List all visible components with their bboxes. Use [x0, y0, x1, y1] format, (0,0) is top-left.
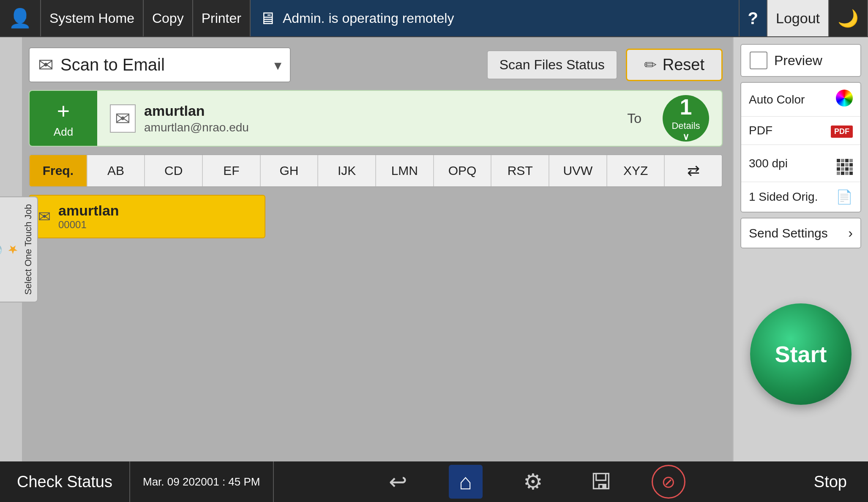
sided-setting: 1 Sided Orig. 📄 [741, 182, 860, 212]
cancel-icon: ⊘ [661, 472, 676, 491]
contact-names: amurtlan 00001 [58, 202, 119, 231]
check-status-label: Check Status [17, 473, 112, 491]
home-icon: ⌂ [459, 469, 472, 494]
details-chevron-icon: ∨ [682, 131, 689, 142]
top-bar: 👤 System Home Copy Printer 🖥 Admin. is o… [0, 0, 868, 37]
stop-label: Stop [814, 473, 847, 491]
dpi-setting: 300 dpi [741, 145, 860, 182]
remote-status-bar: 🖥 Admin. is operating remotely [251, 0, 740, 36]
sleep-icon: 🌙 [838, 8, 859, 28]
logout-label: Logout [776, 10, 820, 27]
stop-btn[interactable]: Stop [793, 461, 868, 502]
contact-id: 00001 [58, 219, 119, 231]
add-recipient-btn[interactable]: + Add [30, 91, 97, 146]
alpha-tab-opq[interactable]: OPQ [434, 155, 492, 186]
help-label: ? [748, 9, 758, 28]
alpha-tab-ef[interactable]: EF [203, 155, 261, 186]
start-label: Start [775, 341, 827, 367]
grid-icon [837, 152, 853, 175]
contact-name: amurtlan [58, 202, 119, 219]
printer-btn[interactable]: Printer [193, 0, 251, 36]
pdf-label: PDF [749, 124, 772, 137]
envelope-icon: ✉ [38, 54, 54, 76]
chevron-down-icon: ▾ [274, 57, 281, 74]
save-btn[interactable]: 🖫 [584, 465, 618, 499]
remote-text: Admin. is operating remotely [283, 11, 454, 26]
alpha-tab-freq[interactable]: Freq. [30, 155, 87, 186]
center-content: ✉ Scan to Email ▾ Scan Files Status ✏ Re… [22, 37, 733, 461]
contact-envelope-icon: ✉ [38, 208, 51, 226]
reset-btn[interactable]: ✏ Reset [626, 49, 723, 81]
time-text: 01 : 45 PM [207, 474, 260, 489]
pdf-icon: PDF [831, 123, 853, 138]
alpha-tab-rst[interactable]: RST [491, 155, 549, 186]
gear-icon: ⚙ [523, 469, 543, 494]
system-home-label: System Home [49, 11, 134, 26]
preview-checkbox[interactable] [750, 52, 767, 69]
system-home-btn[interactable]: System Home [41, 0, 144, 36]
auto-color-label: Auto Color [749, 93, 805, 106]
copy-btn[interactable]: Copy [144, 0, 193, 36]
alpha-tab-xyz[interactable]: XYZ [607, 155, 665, 186]
add-plus-icon: + [57, 98, 70, 124]
details-count: 1 [680, 94, 692, 120]
recipient-name: amurtlan [144, 103, 606, 119]
select-one-touch-tab[interactable]: 🕐 ★ Select One Touch Job [0, 196, 38, 303]
contact-item[interactable]: ✉ amurtlan 00001 [29, 195, 265, 238]
contact-list: ✉ amurtlan 00001 [29, 195, 723, 238]
pdf-setting: PDF PDF [741, 117, 860, 145]
bottom-bar: Check Status Mar. 09 2020 01 : 45 PM ↩ ⌂… [0, 461, 868, 502]
cancel-btn[interactable]: ⊘ [652, 465, 685, 499]
main-area: 🕐 ★ Select One Touch Job ✉ Scan to Email… [0, 37, 868, 461]
preview-btn[interactable]: Preview [740, 44, 861, 77]
recipient-info: ✉ amurtlan amurtlan@nrao.edu To 1 Detail… [97, 95, 722, 142]
reset-icon: ✏ [644, 56, 657, 74]
sided-icon: 📄 [836, 189, 853, 205]
logout-btn[interactable]: Logout [767, 0, 829, 36]
right-panel: Preview Auto Color PDF PDF 300 dpi [733, 37, 868, 461]
clock-icon: 🕐 [0, 242, 2, 256]
alpha-tab-lmn[interactable]: LMN [376, 155, 434, 186]
color-wheel-icon [836, 90, 853, 109]
datetime-display: Mar. 09 2020 01 : 45 PM [130, 461, 274, 502]
send-settings-label: Send Settings [749, 226, 828, 240]
star-icon: ★ [5, 243, 19, 256]
help-btn[interactable]: ? [740, 0, 767, 36]
details-badge-btn[interactable]: 1 Details ∨ [663, 95, 709, 142]
sleep-btn[interactable]: 🌙 [829, 0, 868, 36]
reset-label: Reset [663, 56, 704, 74]
alpha-tab-uvw[interactable]: UVW [549, 155, 607, 186]
scan-files-status-label: Scan Files Status [500, 57, 605, 72]
dpi-label: 300 dpi [749, 157, 788, 170]
recipient-to-label: To [627, 111, 641, 126]
recipient-email: amurtlan@nrao.edu [144, 121, 606, 134]
copy-label: Copy [152, 11, 184, 26]
left-sidebar: 🕐 ★ Select One Touch Job [0, 37, 22, 461]
alpha-tab-ab[interactable]: AB [87, 155, 145, 186]
details-label: Details [671, 120, 700, 131]
check-status-btn[interactable]: Check Status [0, 461, 130, 502]
sidebar-tab-label: Select One Touch Job [23, 204, 34, 295]
auto-color-setting: Auto Color [741, 83, 860, 117]
start-btn[interactable]: Start [750, 303, 852, 405]
remote-icon: 🖥 [259, 9, 276, 28]
date-text: Mar. 09 2020 [143, 474, 207, 489]
send-settings-chevron-icon: › [848, 225, 853, 241]
alpha-tab-cd[interactable]: CD [145, 155, 203, 186]
refresh-tab[interactable]: ⇄ [665, 155, 722, 186]
scan-to-email-dropdown[interactable]: ✉ Scan to Email ▾ [29, 47, 291, 82]
recipient-names: amurtlan amurtlan@nrao.edu [144, 103, 606, 134]
alpha-tab-gh[interactable]: GH [261, 155, 319, 186]
user-icon-btn[interactable]: 👤 [0, 0, 41, 36]
scan-to-email-label: Scan to Email [60, 55, 267, 74]
user-icon: 👤 [8, 7, 32, 29]
home-btn[interactable]: ⌂ [449, 465, 483, 499]
send-settings-btn[interactable]: Send Settings › [740, 218, 861, 248]
scan-files-status-btn[interactable]: Scan Files Status [487, 50, 617, 79]
recipient-envelope-icon: ✉ [110, 104, 136, 133]
back-btn[interactable]: ↩ [381, 465, 415, 499]
settings-btn[interactable]: ⚙ [516, 465, 550, 499]
alphabet-tabs: Freq.ABCDEFGHIJKLMNOPQRSTUVWXYZ⇄ [29, 154, 723, 187]
alpha-tab-ijk[interactable]: IJK [318, 155, 376, 186]
sided-label: 1 Sided Orig. [749, 190, 818, 204]
